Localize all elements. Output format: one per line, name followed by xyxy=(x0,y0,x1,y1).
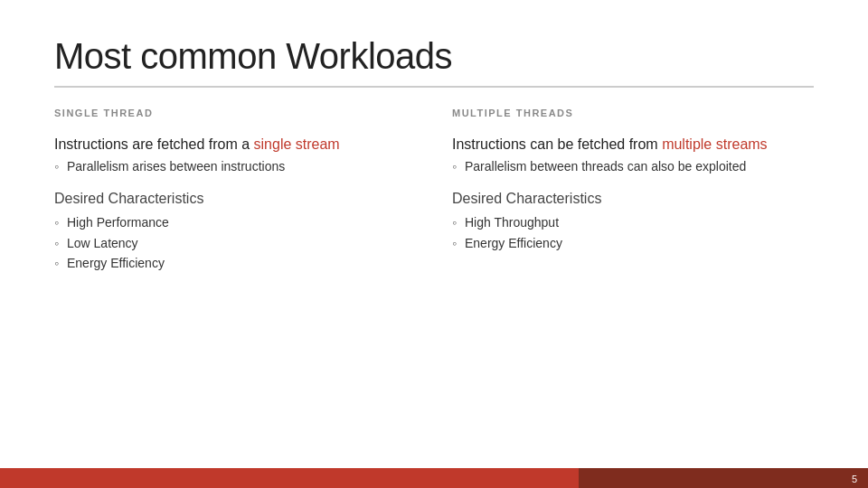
left-desired-item-3: Energy Efficiency xyxy=(54,253,416,273)
left-main-prefix: Instructions are fetched from a xyxy=(54,136,254,152)
left-column-header: SINGLE THREAD xyxy=(54,108,416,118)
left-desired-heading: Desired Characteristics xyxy=(54,191,416,207)
slide: Most common Workloads SINGLE THREAD Inst… xyxy=(0,0,868,488)
right-highlight: multiple streams xyxy=(662,136,767,152)
left-instructions: Instructions are fetched from a single s… xyxy=(54,135,416,155)
right-main-text: Instructions can be fetched from multipl… xyxy=(452,136,768,152)
bar-dark xyxy=(579,468,868,488)
bar-orange xyxy=(0,468,579,488)
divider xyxy=(54,86,814,88)
left-desired-item-1: High Performance xyxy=(54,212,416,232)
right-desired-heading: Desired Characteristics xyxy=(452,191,814,207)
right-desired-item-2: Energy Efficiency xyxy=(452,233,814,253)
left-main-text: Instructions are fetched from a single s… xyxy=(54,136,340,152)
left-sub-item-1: Parallelism arises between instructions xyxy=(54,156,416,176)
right-column: MULTIPLE THREADS Instructions can be fet… xyxy=(452,108,814,274)
right-instructions: Instructions can be fetched from multipl… xyxy=(452,135,814,155)
right-main-prefix: Instructions can be fetched from xyxy=(452,136,662,152)
right-column-header: MULTIPLE THREADS xyxy=(452,108,814,118)
right-sub-item-1: Parallelism between threads can also be … xyxy=(452,156,814,176)
left-column: SINGLE THREAD Instructions are fetched f… xyxy=(54,108,416,274)
right-desired-item-1: High Throughput xyxy=(452,212,814,232)
left-desired-item-2: Low Latency xyxy=(54,233,416,253)
slide-number: 5 xyxy=(852,474,857,484)
left-highlight: single stream xyxy=(254,136,340,152)
page-title: Most common Workloads xyxy=(54,36,814,77)
columns-container: SINGLE THREAD Instructions are fetched f… xyxy=(54,108,814,274)
bottom-bar xyxy=(0,468,868,488)
